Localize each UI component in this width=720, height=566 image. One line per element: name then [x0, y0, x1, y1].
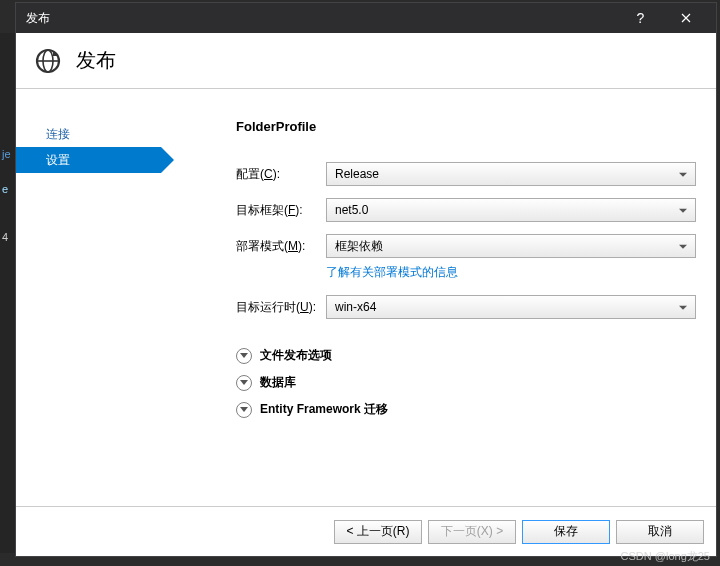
window-title: 发布: [26, 10, 618, 27]
sidebar-item-label: 设置: [46, 152, 70, 169]
close-icon: [681, 13, 691, 23]
watermark: CSDN @long龙25: [621, 549, 710, 564]
sidebar-item-settings[interactable]: 设置: [16, 147, 161, 173]
framework-row: 目标框架(F): net5.0: [236, 198, 696, 222]
save-button[interactable]: 保存: [522, 520, 610, 544]
expander-label: 文件发布选项: [260, 347, 332, 364]
close-button[interactable]: [663, 3, 708, 33]
prev-button[interactable]: < 上一页(R): [334, 520, 422, 544]
publish-dialog: 发布 ? 发布 连接 设置 FolderProfile: [15, 2, 717, 557]
settings-panel: FolderProfile 配置(C): Release 目标框架(F): ne…: [161, 89, 716, 506]
expander-ef-migrations[interactable]: Entity Framework 迁移: [236, 401, 696, 418]
expander-file-publish[interactable]: 文件发布选项: [236, 347, 696, 364]
globe-icon: [34, 47, 62, 75]
config-label: 配置(C):: [236, 166, 316, 183]
cancel-button[interactable]: 取消: [616, 520, 704, 544]
help-button[interactable]: ?: [618, 3, 663, 33]
sidebar-item-connection[interactable]: 连接: [16, 121, 161, 147]
deploy-dropdown[interactable]: 框架依赖: [326, 234, 696, 258]
chevron-down-icon: [236, 375, 252, 391]
framework-label: 目标框架(F):: [236, 202, 316, 219]
deploy-info-link[interactable]: 了解有关部署模式的信息: [326, 264, 696, 281]
config-dropdown[interactable]: Release: [326, 162, 696, 186]
runtime-row: 目标运行时(U): win-x64: [236, 295, 696, 319]
dialog-footer: < 上一页(R) 下一页(X) > 保存 取消: [16, 506, 716, 556]
deploy-label: 部署模式(M):: [236, 238, 316, 255]
page-title: 发布: [76, 47, 116, 74]
dialog-content: 连接 设置 FolderProfile 配置(C): Release 目标框架(…: [16, 89, 716, 506]
expander-label: Entity Framework 迁移: [260, 401, 388, 418]
expander-label: 数据库: [260, 374, 296, 391]
chevron-down-icon: [236, 402, 252, 418]
runtime-dropdown[interactable]: win-x64: [326, 295, 696, 319]
titlebar: 发布 ?: [16, 3, 716, 33]
deploy-row: 部署模式(M): 框架依赖: [236, 234, 696, 258]
dialog-header: 发布: [16, 33, 716, 89]
config-row: 配置(C): Release: [236, 162, 696, 186]
runtime-label: 目标运行时(U):: [236, 299, 316, 316]
chevron-down-icon: [236, 348, 252, 364]
expander-database[interactable]: 数据库: [236, 374, 696, 391]
next-button: 下一页(X) >: [428, 520, 516, 544]
sidebar-item-label: 连接: [46, 126, 70, 143]
sidebar: 连接 设置: [16, 89, 161, 506]
profile-title: FolderProfile: [236, 119, 696, 134]
framework-dropdown[interactable]: net5.0: [326, 198, 696, 222]
